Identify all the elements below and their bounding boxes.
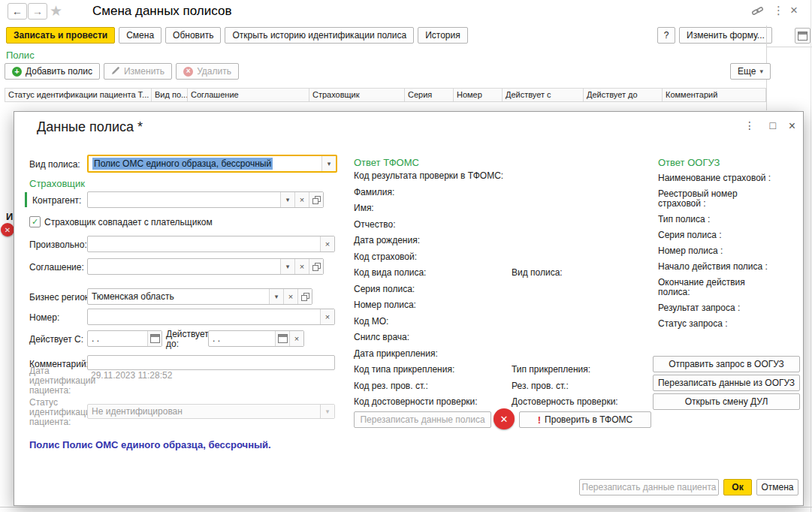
open-item-icon[interactable]	[309, 192, 323, 207]
window-right-edge	[810, 0, 811, 512]
link-icon[interactable]	[751, 5, 764, 19]
policy-kind-value: Полис ОМС единого образца, бессрочный	[92, 158, 273, 170]
delete-icon: ×	[183, 67, 193, 77]
policy-toolbar: + Добавить полис Изменить × Удалить	[5, 63, 239, 80]
tfoms-row: Серия полиса:	[354, 284, 648, 300]
open-item-icon[interactable]	[297, 289, 312, 304]
agreement-value	[88, 259, 280, 274]
comment-field[interactable]	[87, 355, 335, 370]
chevron-down-icon[interactable]: ▾	[269, 289, 283, 304]
add-policy-label: Добавить полис	[26, 66, 92, 77]
arbitrary-field[interactable]: ×	[87, 236, 335, 252]
check-tfoms-label: Проверить в ТФОМС	[545, 414, 632, 425]
rewrite-patient-data-button[interactable]: Перезаписать данные пациента	[579, 479, 719, 495]
valid-from-value: . .	[88, 331, 147, 346]
ooguz-header: Ответ ООГУЗ	[658, 157, 720, 168]
insurer-group-title: Страховщик	[29, 178, 85, 189]
tfoms-rows: Код результата проверки в ТФОМС: Фамилия…	[354, 170, 648, 413]
clear-icon[interactable]: ×	[289, 331, 303, 346]
ooguz-label: Окончание действия полиса:	[658, 278, 778, 297]
column-header-comment[interactable]: Комментарий	[663, 88, 766, 102]
ooguz-label: Тип полиса :	[658, 215, 778, 224]
chevron-down-icon[interactable]: ▾	[280, 259, 294, 274]
send-ooguz-request-button[interactable]: Отправить запрос в ООГУЗ	[653, 356, 800, 372]
refresh-button[interactable]: Обновить	[165, 27, 221, 44]
open-dul-change-button[interactable]: Открыть смену ДУЛ	[653, 393, 800, 410]
valid-from-field[interactable]: . .	[87, 330, 162, 347]
policy-table-header: Статус идентификации пациента Т... Вид п…	[5, 88, 766, 102]
clear-icon[interactable]: ×	[320, 309, 334, 324]
column-header-valid-from[interactable]: Действует с	[503, 88, 584, 102]
calendar-icon[interactable]	[275, 331, 289, 346]
help-button[interactable]: ?	[657, 27, 675, 44]
ooguz-label: Номер полиса :	[658, 246, 778, 256]
column-header-status[interactable]: Статус идентификации пациента Т...	[5, 88, 152, 102]
right-panel-line	[766, 47, 812, 47]
ooguz-label: Наименование страховой :	[658, 173, 778, 183]
policy-section-title: Полис	[6, 50, 35, 61]
ooguz-label: Серия полиса :	[658, 230, 778, 240]
clear-icon[interactable]: ×	[294, 259, 309, 274]
dialog-title: Данные полиса *	[37, 119, 143, 135]
region-field[interactable]: Тюменская область ▾ ×	[87, 288, 312, 305]
tfoms-row: Номер полиса:	[354, 300, 648, 316]
ooguz-labels: Наименование страховой : Реестровый номе…	[658, 173, 778, 335]
same-as-payer-checkbox[interactable]: ✓	[29, 216, 41, 227]
clear-icon[interactable]: ×	[320, 236, 334, 251]
arbitrary-label: Произвольно:	[29, 239, 87, 250]
policy-summary-text: Полис Полис ОМС единого образца, бессроч…	[29, 439, 271, 450]
edit-policy-button[interactable]: Изменить	[104, 63, 172, 80]
favorite-star-icon[interactable]: ★	[50, 2, 62, 20]
tfoms-row: Код результата проверки в ТФОМС:	[354, 170, 648, 187]
edit-form-button[interactable]: Изменить форму...	[679, 27, 772, 44]
ooguz-label: Начало действия полиса :	[658, 262, 778, 272]
main-window: ← → ★ Смена данных полисов ⋮ × Записать …	[0, 0, 812, 512]
check-tfoms-button[interactable]: ! Проверить в ТФОМС	[519, 411, 651, 428]
tfoms-row: Имя:	[354, 203, 648, 219]
chevron-down-icon[interactable]: ▾	[321, 156, 336, 171]
column-header-kind[interactable]: Вид по...	[152, 88, 188, 102]
close-icon[interactable]: ×	[790, 4, 798, 17]
chevron-down-icon[interactable]: ▾	[280, 192, 294, 207]
cancel-button[interactable]: Отмена	[756, 479, 798, 495]
valid-to-field[interactable]: . . ×	[208, 330, 304, 347]
save-and-post-button[interactable]: Записать и провести	[6, 27, 115, 44]
calendar-button[interactable]	[795, 28, 810, 44]
clear-icon[interactable]: ×	[283, 289, 297, 304]
column-header-agreement[interactable]: Соглашение	[188, 88, 309, 102]
back-arrow-icon: ←	[12, 5, 23, 17]
ident-status-label: Статус идентификации пациента:	[29, 398, 85, 427]
ok-button[interactable]: Ок	[723, 479, 752, 495]
valid-to-value: . .	[209, 331, 275, 346]
dialog-kebab-icon[interactable]: ⋮	[744, 119, 755, 131]
column-header-valid-to[interactable]: Действует до	[584, 88, 663, 102]
number-value	[88, 309, 320, 324]
forward-button[interactable]: →	[28, 3, 47, 20]
tfoms-row: Дата прикрепления:	[354, 348, 648, 365]
open-item-icon[interactable]	[309, 259, 323, 274]
column-header-series[interactable]: Серия	[405, 88, 454, 102]
column-header-number[interactable]: Номер	[454, 88, 503, 102]
rewrite-from-ooguz-button[interactable]: Перезаписать данные из ООГУЗ	[653, 375, 800, 391]
add-policy-button[interactable]: + Добавить полис	[5, 63, 100, 80]
open-ident-history-button[interactable]: Открыть историю идентификации полиса	[225, 27, 414, 44]
dialog-close-icon[interactable]: ×	[789, 119, 795, 133]
kebab-menu-icon[interactable]: ⋮	[773, 4, 784, 17]
rewrite-policy-data-button[interactable]: Перезаписать данные полиса	[354, 411, 491, 428]
history-button[interactable]: История	[418, 27, 468, 44]
calendar-icon[interactable]	[147, 331, 161, 346]
clear-icon[interactable]: ×	[294, 192, 309, 207]
maximize-icon[interactable]: □	[770, 119, 776, 131]
change-button[interactable]: Смена	[119, 27, 161, 44]
arbitrary-value	[88, 236, 320, 251]
column-header-insurer[interactable]: Страховщик	[309, 88, 405, 102]
chevron-down-icon: ▾	[759, 68, 763, 75]
policy-kind-combobox[interactable]: Полис ОМС единого образца, бессрочный ▾	[87, 155, 337, 173]
more-button[interactable]: Еще ▾	[730, 63, 771, 80]
region-label: Бизнес регион:	[29, 292, 92, 303]
number-field[interactable]: ×	[87, 309, 335, 325]
delete-policy-button[interactable]: × Удалить	[176, 63, 239, 80]
back-button[interactable]: ←	[8, 3, 27, 20]
contractor-field[interactable]: ▾ ×	[87, 191, 324, 208]
agreement-field[interactable]: ▾ ×	[87, 258, 324, 275]
